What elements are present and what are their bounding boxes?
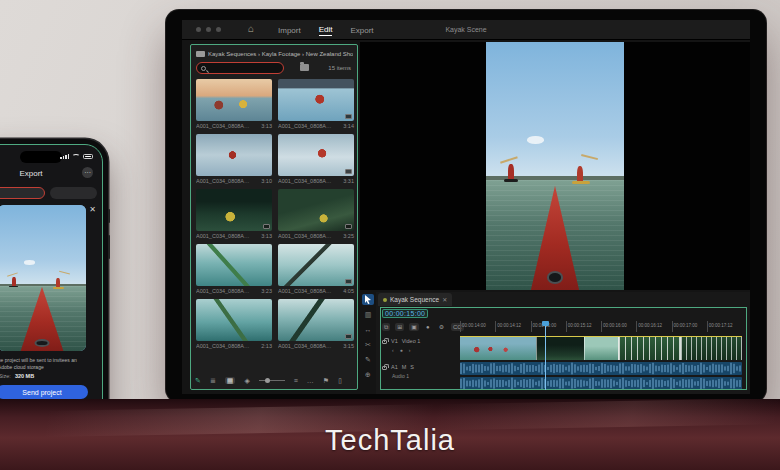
clip-thumbnail xyxy=(278,79,354,121)
media-clip[interactable]: A001_C034_0808AM.MOV4:05 xyxy=(278,244,354,294)
dynamic-island xyxy=(20,151,62,163)
media-panel-toolbar: ✎ ≣ ▦ ◈ ≡ … ⚑ ▯ xyxy=(195,374,353,386)
marker-icon[interactable]: ● xyxy=(400,347,403,353)
search-input[interactable] xyxy=(196,62,284,74)
clip-filename: A001_C034_0808AM.MOV xyxy=(196,343,254,349)
grid-view-icon[interactable]: ▦ xyxy=(225,377,236,384)
linked-selection-icon[interactable]: ⊞ xyxy=(395,323,404,331)
camera-badge-icon xyxy=(345,224,352,229)
ruler-tick: 00:00:16:12 xyxy=(636,321,671,332)
program-video[interactable] xyxy=(486,42,624,290)
track-select-tool-icon[interactable]: ▥ xyxy=(362,309,374,320)
camera-badge-icon xyxy=(345,169,352,174)
clip-filename: A001_C034_0808AM.MOV xyxy=(196,233,254,239)
camera-badge-icon xyxy=(263,224,270,229)
nest-icon[interactable]: ▣ xyxy=(409,323,419,331)
edit-pencil-icon[interactable]: ✎ xyxy=(195,377,201,384)
media-clip[interactable]: A001_C034_0808AM.MOV3:31 xyxy=(278,134,354,184)
pen-tool-icon[interactable]: ✎ xyxy=(362,354,374,365)
clip-duration: 3:31 xyxy=(343,178,354,184)
ruler-tick: 00:00:17:00 xyxy=(672,321,707,332)
marker-icon[interactable]: ● xyxy=(424,323,432,331)
size-value: 320 MB xyxy=(15,373,34,379)
media-clip[interactable]: A001_C034_0808AM.MOV3:13 xyxy=(196,189,272,239)
audio-waveform xyxy=(460,362,742,375)
phone-side-button xyxy=(108,235,110,259)
message-field[interactable] xyxy=(50,187,97,199)
media-clip[interactable]: A001_C034_0808AM.MOV3:23 xyxy=(196,244,272,294)
razor-tool-icon[interactable]: ✂ xyxy=(362,339,374,350)
battery-icon xyxy=(83,154,93,159)
video-track-header: V1 Video 1 ‹ ● › xyxy=(378,336,458,360)
lock-icon[interactable] xyxy=(382,366,387,370)
clip-filename: A001_C034_0808AM.MOV xyxy=(278,123,336,129)
media-clip[interactable]: A001_C034_0808AM.MOV3:25 xyxy=(278,189,354,239)
solo-button[interactable]: S xyxy=(410,364,414,370)
clip-duration: 3:14 xyxy=(343,123,354,129)
window-title: Kayak Scene xyxy=(182,26,750,33)
clip-duration: 3:13 xyxy=(261,233,272,239)
tag-icon[interactable]: ◈ xyxy=(244,377,249,384)
ripple-edit-tool-icon[interactable]: ↔ xyxy=(362,324,374,335)
sort-icon[interactable]: ≡ xyxy=(294,377,298,384)
clip-thumbnail xyxy=(196,79,272,121)
audio-waveform xyxy=(460,377,742,390)
ruler-tick: 00:00:14:12 xyxy=(495,321,530,332)
prev-edit-icon[interactable]: ‹ xyxy=(392,347,394,353)
selection-tool-icon[interactable] xyxy=(362,294,374,305)
clip-frame xyxy=(680,337,742,360)
bin-breadcrumb[interactable]: Kayak Sequences › Kayla Footage › New Ze… xyxy=(196,49,353,59)
video-kayak-hatch xyxy=(35,339,50,347)
media-clip[interactable]: A001_C034_0808AM.MOV3:13 xyxy=(196,79,272,129)
share-note-line2: p on Adobe cloud storage xyxy=(0,364,100,371)
clip-filename: A001_C034_0808AM.MOV xyxy=(196,288,254,294)
mute-button[interactable]: M xyxy=(402,364,407,370)
ruler-tick: 00:00:14:00 xyxy=(460,321,495,332)
clip-thumbnail xyxy=(278,134,354,176)
timeline-settings-icon[interactable]: ⚙ xyxy=(437,323,446,331)
folder-icon[interactable] xyxy=(300,64,309,71)
ruler-tick: 00:00:15:12 xyxy=(566,321,601,332)
sequence-tab[interactable]: Kayak Sequence ✕ xyxy=(378,293,452,306)
thumbnail-zoom-slider[interactable] xyxy=(259,380,285,381)
brand-wordmark: TechTalia xyxy=(0,424,780,457)
clip-duration: 4:05 xyxy=(343,288,354,294)
clip-filename: A001_C034_0808AM.MOV xyxy=(278,288,336,294)
clip-filename: A001_C034_0808AM.MOV xyxy=(278,233,336,239)
playhead-timecode[interactable]: 00:00:15:00 xyxy=(382,309,428,318)
new-bin-icon[interactable]: ⚑ xyxy=(323,377,329,384)
video-kayaker-right xyxy=(577,166,583,183)
video-clip[interactable] xyxy=(460,336,742,360)
bin-icon xyxy=(196,51,205,57)
media-clip[interactable]: A001_C034_0808AM.MOV3:14 xyxy=(278,79,354,129)
playhead[interactable] xyxy=(545,321,546,390)
trash-icon[interactable]: ▯ xyxy=(338,377,342,384)
clip-duration: 2:13 xyxy=(261,343,272,349)
recipient-field[interactable] xyxy=(0,187,45,199)
audio-clip[interactable] xyxy=(460,362,742,390)
close-preview-icon[interactable]: ✕ xyxy=(89,205,96,214)
list-view-icon[interactable]: ≣ xyxy=(210,377,216,384)
signal-icon xyxy=(60,154,69,159)
lock-icon[interactable] xyxy=(382,340,387,344)
zoom-tool-icon[interactable]: ⊕ xyxy=(362,369,374,380)
media-clip[interactable]: A001_C034_0808AM.MOV2:13 xyxy=(196,299,272,349)
snap-icon[interactable]: ⧉ xyxy=(382,323,390,331)
more-icon[interactable]: … xyxy=(307,377,314,384)
video-track-name: Video 1 xyxy=(402,338,421,344)
titlebar: ⌂ Import Edit Export Kayak Scene xyxy=(182,20,750,40)
clip-thumbnail xyxy=(278,189,354,231)
next-edit-icon[interactable]: › xyxy=(409,347,411,353)
phone-video-preview[interactable] xyxy=(0,205,86,351)
video-cloud xyxy=(24,260,35,264)
timeline-ruler[interactable]: 00:00:14:00 00:00:14:12 00:00:15:00 00:0… xyxy=(460,321,742,332)
options-button[interactable]: ⋯ xyxy=(82,167,93,178)
ruler-tick: 00:00:16:00 xyxy=(601,321,636,332)
audio-track-name: Audio 1 xyxy=(392,373,409,379)
camera-badge-icon xyxy=(345,114,352,119)
media-clip[interactable]: A001_C034_0808AM.MOV3:10 xyxy=(196,134,272,184)
close-sequence-icon[interactable]: ✕ xyxy=(442,296,447,303)
timeline-tools: ▥ ↔ ✂ ✎ ⊕ xyxy=(360,292,376,394)
send-project-button[interactable]: Send project xyxy=(0,385,88,399)
media-clip[interactable]: A001_C034_0808AM.MOV3:15 xyxy=(278,299,354,349)
